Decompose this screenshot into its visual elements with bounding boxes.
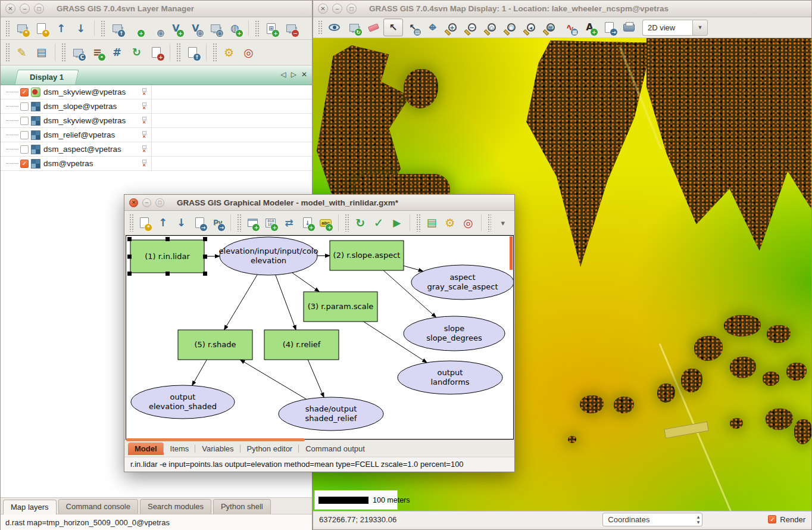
- open-model-icon[interactable]: ↑: [154, 214, 172, 232]
- toolbar-grip[interactable]: [416, 214, 420, 232]
- selection-handle[interactable]: [165, 237, 170, 241]
- zoom-extent-icon[interactable]: ◇: [482, 18, 501, 36]
- close-icon[interactable]: ✕: [318, 4, 328, 14]
- layer-mini-buttons[interactable]: ✕: [139, 160, 149, 168]
- layer-name[interactable]: dsm_relief@vpetras: [43, 130, 115, 139]
- layer-mini-buttons[interactable]: ✕: [139, 145, 149, 154]
- zoom-out-icon[interactable]: −: [462, 18, 482, 36]
- run-script-icon[interactable]: ↑: [183, 43, 202, 61]
- map-display-titlebar[interactable]: ✕ – □ GRASS GIS 7.0.4svn Map Display: 1 …: [313, 1, 811, 17]
- settings-icon[interactable]: ⚙: [219, 43, 239, 61]
- horizontal-scrollbar[interactable]: [126, 438, 305, 441]
- view-mode-combobox[interactable]: 2D view ▼: [642, 20, 708, 36]
- validate-icon[interactable]: ✓: [370, 214, 388, 232]
- selection-handle[interactable]: [127, 272, 132, 276]
- edit-vector-icon[interactable]: ✎: [12, 43, 32, 61]
- layer-mini-buttons[interactable]: ✕: [139, 131, 149, 139]
- pan-icon[interactable]: ↔↕: [423, 18, 442, 36]
- maximize-icon[interactable]: □: [346, 4, 357, 14]
- toolbar-grip[interactable]: [101, 20, 105, 36]
- selection-handle[interactable]: [203, 237, 207, 241]
- add-data-icon[interactable]: 010 101+: [261, 214, 280, 232]
- toolbar-grip[interactable]: [345, 214, 349, 232]
- layer-checkbox[interactable]: [20, 117, 29, 125]
- layer-mini-buttons[interactable]: ✕: [139, 88, 149, 96]
- vertical-scrollbar[interactable]: [510, 236, 513, 270]
- graphical-modeler-icon[interactable]: ↻: [127, 43, 146, 61]
- render-toggle[interactable]: ✓ Render: [768, 515, 805, 524]
- statusbar-mode-select[interactable]: Coordinates ▲▼: [602, 513, 702, 526]
- tab-python-shell[interactable]: Python shell: [213, 499, 271, 514]
- analyze-icon[interactable]: ∿▦: [560, 18, 580, 36]
- command-prompt[interactable]: d.rast map=tmp_horizon_5009_000_0@vpetra…: [1, 515, 312, 530]
- model-node-elevation[interactable]: elevation/input/input/coloelevation: [219, 237, 318, 275]
- layer-checkbox[interactable]: [20, 102, 29, 111]
- layer-manager-titlebar[interactable]: ✕ – □ GRASS GIS 7.0.4svn Layer Manager: [1, 1, 312, 17]
- add-group-icon[interactable]: ⊞+: [261, 20, 281, 38]
- selection-handle[interactable]: [203, 272, 207, 276]
- minimize-icon[interactable]: –: [142, 198, 151, 207]
- tab-map-layers[interactable]: Map layers: [3, 500, 57, 515]
- add-loop-icon[interactable]: ↓+: [298, 214, 317, 232]
- model-node-rinlidar[interactable]: (1) r.in.lidar: [127, 237, 207, 276]
- modeler-tab-items[interactable]: Items: [164, 442, 196, 455]
- modeler-titlebar[interactable]: ✕ – □ GRASS GIS Graphical Modeler - mode…: [124, 195, 514, 211]
- layer-name[interactable]: dsm_aspect@vpetras: [43, 145, 121, 154]
- tab-search-modules[interactable]: Search modules: [140, 499, 211, 514]
- help-icon[interactable]: ◎: [459, 214, 477, 232]
- export-image-icon[interactable]: →: [190, 214, 209, 232]
- toolbar-grip[interactable]: [237, 214, 241, 232]
- layer-checkbox[interactable]: [20, 145, 29, 154]
- add-layer-group-icon[interactable]: ▢: [205, 20, 225, 38]
- toolbar-grip[interactable]: [5, 20, 10, 36]
- close-icon[interactable]: ✕: [5, 4, 15, 14]
- add-multiple-layers-icon[interactable]: ↑: [107, 20, 127, 38]
- layer-name[interactable]: dsm_slope@vpetras: [43, 102, 117, 111]
- tab-command-console[interactable]: Command console: [58, 499, 138, 514]
- more-icon[interactable]: ▾: [494, 214, 512, 232]
- create-workspace-icon[interactable]: *: [32, 20, 51, 38]
- render-map-icon[interactable]: ↻: [344, 18, 364, 36]
- model-node-rparam[interactable]: (3) r.param.scale: [304, 292, 377, 322]
- open-workspace-icon[interactable]: ↑: [51, 20, 71, 38]
- query-icon[interactable]: ↖▤: [403, 18, 423, 36]
- add-vector-misc-layers-icon[interactable]: V▢: [186, 20, 205, 38]
- new-model-icon[interactable]: *: [136, 214, 154, 232]
- layer-row[interactable]: dsm_relief@vpetras✕: [1, 128, 312, 142]
- item-manager-icon[interactable]: ▤: [423, 214, 441, 232]
- toolbar-grip[interactable]: [213, 43, 217, 62]
- settings-icon[interactable]: ⚙: [441, 214, 459, 232]
- tab-display-1[interactable]: Display 1: [14, 70, 79, 85]
- next-display-icon[interactable]: ▷: [291, 70, 296, 79]
- toolbar-grip[interactable]: [255, 20, 259, 36]
- delete-layer-icon[interactable]: −: [281, 20, 301, 38]
- layer-name[interactable]: dsm_skyview@vpetras: [43, 116, 126, 125]
- layer-checkbox[interactable]: [20, 131, 29, 139]
- minimize-icon[interactable]: –: [332, 4, 342, 14]
- toolbar-grip[interactable]: [176, 43, 180, 62]
- layer-row[interactable]: dsm_skyview@vpetras✕: [1, 114, 312, 128]
- add-overlay-icon[interactable]: A+: [580, 18, 599, 36]
- model-node-elevshaded[interactable]: outputelevation_shaded: [131, 385, 235, 419]
- model-node-shadedrelief[interactable]: shade/outputshaded_relief: [279, 397, 383, 431]
- layer-row[interactable]: ✓dsm@vpetras✕: [1, 157, 312, 171]
- model-node-rslope[interactable]: (2) r.slope.aspect: [330, 241, 404, 270]
- selection-handle[interactable]: [165, 272, 170, 276]
- layer-row[interactable]: dsm_aspect@vpetras✕: [1, 142, 312, 157]
- maximize-icon[interactable]: □: [34, 4, 44, 14]
- maximize-icon[interactable]: □: [155, 198, 164, 207]
- add-relation-icon[interactable]: ⇄: [280, 214, 298, 232]
- layer-row[interactable]: ✓dsm_skyview@vpetras✕: [1, 85, 312, 99]
- layer-mini-buttons[interactable]: ✕: [139, 102, 149, 111]
- modeler-tab-command-output[interactable]: Command output: [299, 442, 371, 455]
- toolbar-grip[interactable]: [318, 20, 322, 35]
- toolbar-grip[interactable]: [61, 43, 65, 62]
- erase-icon[interactable]: [364, 18, 383, 36]
- zoom-in-icon[interactable]: +: [442, 18, 462, 36]
- zoom-region-icon[interactable]: ▢: [501, 18, 521, 36]
- layer-checkbox[interactable]: ✓: [20, 88, 29, 96]
- raster-calculator-icon[interactable]: ≡•: [88, 43, 107, 61]
- save-display-icon[interactable]: →: [599, 18, 619, 36]
- add-raster-layer-icon[interactable]: +: [127, 20, 146, 38]
- redraw-icon[interactable]: ↻: [351, 214, 370, 232]
